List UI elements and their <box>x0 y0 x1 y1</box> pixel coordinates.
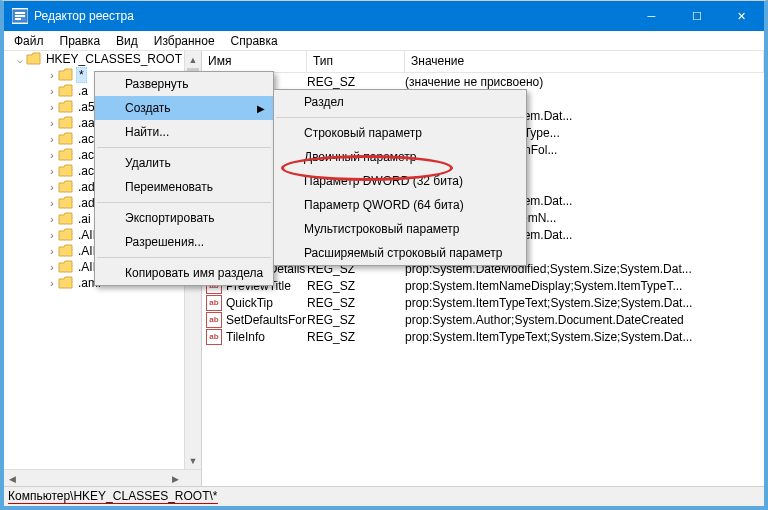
svg-rect-2 <box>15 15 25 17</box>
window-title: Редактор реестра <box>34 9 629 23</box>
scroll-down-button[interactable]: ▼ <box>185 452 201 469</box>
context-submenu: РазделСтроковый параметрДвоичный парамет… <box>273 89 527 266</box>
menu-file[interactable]: Файл <box>6 32 52 50</box>
app-icon <box>12 8 28 24</box>
menu-view[interactable]: Вид <box>108 32 146 50</box>
submenu-arrow-icon: ▶ <box>257 103 265 114</box>
chevron-right-icon[interactable]: › <box>46 230 58 241</box>
svg-rect-1 <box>15 12 25 14</box>
chevron-right-icon[interactable]: › <box>46 246 58 257</box>
submenu-item[interactable]: Расширяемый строковый параметр <box>274 241 526 265</box>
folder-icon <box>58 68 74 82</box>
close-button[interactable]: ✕ <box>719 1 764 31</box>
tree-root-item[interactable]: ⌵ HKEY_CLASSES_ROOT <box>4 51 184 67</box>
list-row[interactable]: ab SetDefaultsFor REG_SZ prop:System.Aut… <box>202 311 764 328</box>
menu-separator <box>97 202 271 203</box>
folder-icon <box>58 196 74 210</box>
submenu-item[interactable]: Двоичный параметр <box>274 145 526 169</box>
folder-icon <box>58 244 74 258</box>
folder-icon <box>58 260 74 274</box>
folder-icon <box>58 148 74 162</box>
chevron-right-icon[interactable]: › <box>46 102 58 113</box>
submenu-item[interactable]: Раздел <box>274 90 526 114</box>
list-row[interactable]: ab нию) REG_SZ (значение не присвоено) <box>202 73 764 90</box>
col-type[interactable]: Тип <box>307 51 405 72</box>
folder-icon <box>58 116 74 130</box>
folder-icon <box>58 276 74 290</box>
menu-separator <box>97 257 271 258</box>
submenu-item[interactable]: Строковый параметр <box>274 121 526 145</box>
context-menu-item[interactable]: Разрешения... <box>95 230 273 254</box>
tree-scrollbar-horizontal[interactable]: ◀ ▶ <box>4 469 201 486</box>
chevron-right-icon[interactable]: › <box>46 182 58 193</box>
scroll-left-button[interactable]: ◀ <box>4 470 21 486</box>
folder-icon <box>58 212 74 226</box>
chevron-right-icon[interactable]: › <box>46 278 58 289</box>
minimize-button[interactable]: ─ <box>629 1 674 31</box>
context-menu-item[interactable]: Удалить <box>95 151 273 175</box>
context-menu-item[interactable]: Экспортировать <box>95 206 273 230</box>
list-row[interactable]: ab PreviewTitle REG_SZ prop:System.ItemN… <box>202 277 764 294</box>
folder-icon <box>58 164 74 178</box>
col-value[interactable]: Значение <box>405 51 764 72</box>
chevron-right-icon[interactable]: › <box>46 134 58 145</box>
chevron-down-icon[interactable]: ⌵ <box>14 54 26 65</box>
chevron-right-icon[interactable]: › <box>46 262 58 273</box>
titlebar: Редактор реестра ─ ☐ ✕ <box>4 1 764 31</box>
folder-icon <box>58 180 74 194</box>
chevron-right-icon[interactable]: › <box>46 118 58 129</box>
context-menu-item[interactable]: Копировать имя раздела <box>95 261 273 285</box>
statusbar: Компьютер\HKEY_CLASSES_ROOT\* <box>4 486 764 506</box>
folder-icon <box>26 52 42 66</box>
col-name[interactable]: Имя <box>202 51 307 72</box>
status-path: Компьютер\HKEY_CLASSES_ROOT\* <box>8 489 218 504</box>
scroll-right-button[interactable]: ▶ <box>167 470 184 486</box>
string-value-icon: ab <box>206 312 222 328</box>
list-row[interactable]: ab TileInfo REG_SZ prop:System.ItemTypeT… <box>202 328 764 345</box>
menu-favorites[interactable]: Избранное <box>146 32 223 50</box>
chevron-right-icon[interactable]: › <box>46 150 58 161</box>
folder-icon <box>58 100 74 114</box>
menu-help[interactable]: Справка <box>223 32 286 50</box>
menu-separator <box>97 147 271 148</box>
string-value-icon: ab <box>206 295 222 311</box>
context-menu-item[interactable]: Развернуть <box>95 72 273 96</box>
chevron-right-icon[interactable]: › <box>46 198 58 209</box>
chevron-right-icon[interactable]: › <box>46 166 58 177</box>
context-menu: РазвернутьСоздать▶Найти...УдалитьПереиме… <box>94 71 274 286</box>
context-menu-item[interactable]: Найти... <box>95 120 273 144</box>
chevron-right-icon[interactable]: › <box>46 214 58 225</box>
folder-icon <box>58 228 74 242</box>
chevron-right-icon[interactable]: › <box>46 86 58 97</box>
submenu-item[interactable]: Мультистроковый параметр <box>274 217 526 241</box>
folder-icon <box>58 132 74 146</box>
string-value-icon: ab <box>206 329 222 345</box>
maximize-button[interactable]: ☐ <box>674 1 719 31</box>
menu-separator <box>276 117 524 118</box>
context-menu-item[interactable]: Переименовать <box>95 175 273 199</box>
submenu-item[interactable]: Параметр DWORD (32 бита) <box>274 169 526 193</box>
menu-edit[interactable]: Правка <box>52 32 109 50</box>
list-row[interactable]: ab QuickTip REG_SZ prop:System.ItemTypeT… <box>202 294 764 311</box>
context-menu-item[interactable]: Создать▶ <box>95 96 273 120</box>
submenu-item[interactable]: Параметр QWORD (64 бита) <box>274 193 526 217</box>
folder-icon <box>58 84 74 98</box>
svg-rect-3 <box>15 18 21 20</box>
regedit-window: Редактор реестра ─ ☐ ✕ Файл Правка Вид И… <box>4 1 764 506</box>
list-header: Имя Тип Значение <box>202 51 764 73</box>
scroll-up-button[interactable]: ▲ <box>185 51 201 68</box>
chevron-right-icon[interactable]: › <box>46 70 58 81</box>
menubar: Файл Правка Вид Избранное Справка <box>4 31 764 51</box>
